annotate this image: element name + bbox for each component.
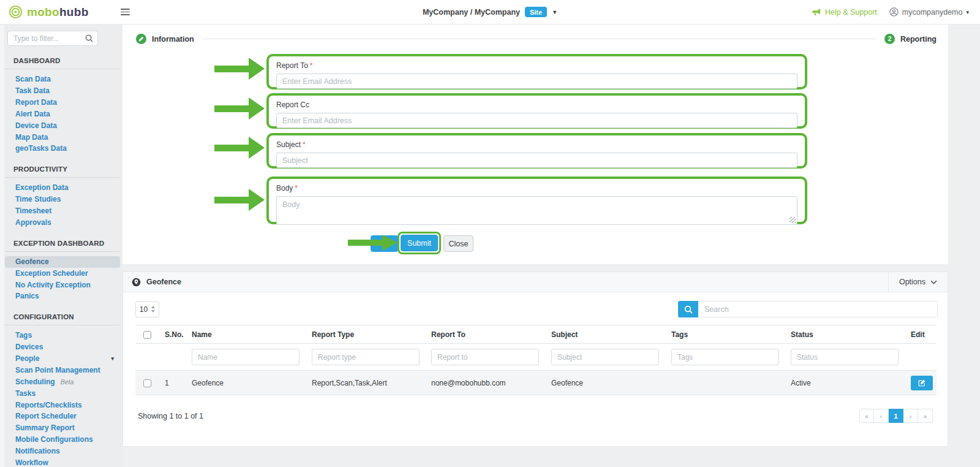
divider: [5, 251, 119, 252]
sidebar-item-scheduling[interactable]: SchedulingBeta: [5, 376, 120, 388]
site-selector[interactable]: MyCompany / MyCompany Site ▼: [423, 7, 557, 17]
sidebar-item-task-data[interactable]: Task Data: [5, 85, 120, 97]
body-textarea[interactable]: [276, 196, 797, 225]
sidebar-item-no-activity-exception[interactable]: No Activity Exception: [5, 279, 120, 290]
panel-title: Geofence: [146, 278, 181, 286]
geofence-panel-header: Geofence Options: [123, 272, 948, 292]
sidebar: DASHBOARDScan DataTask DataReport DataAl…: [0, 25, 123, 467]
sidebar-item-notifications[interactable]: Notifications: [5, 446, 120, 457]
sidebar-item-exception-data[interactable]: Exception Data: [5, 182, 120, 194]
sidebar-item-devices[interactable]: Devices: [5, 341, 120, 353]
table-row[interactable]: 1GeofenceReport,Scan,Task,Alertnone@mobo…: [135, 371, 937, 395]
select-all-checkbox[interactable]: [143, 331, 151, 339]
chevron-down-icon: ▼: [552, 9, 557, 15]
sidebar-item-timesheet[interactable]: Timesheet: [5, 205, 120, 217]
edit-button[interactable]: [911, 376, 933, 390]
filter-input-status[interactable]: [791, 349, 899, 365]
sidebar-item-time-studies[interactable]: Time Studies: [5, 194, 120, 205]
sidebar-item-reports-checklists[interactable]: Reports/Checklists: [5, 399, 120, 411]
divider: [5, 177, 119, 178]
filter-input-name[interactable]: [192, 349, 300, 365]
search-button[interactable]: [678, 301, 698, 317]
pagination-page-1-button[interactable]: 1: [889, 409, 903, 423]
sidebar-item-workflow[interactable]: Workflow: [5, 457, 120, 467]
geofence-panel: Geofence Options 10 S.No.NameReport Type…: [123, 271, 948, 447]
filter-input-tags[interactable]: [671, 349, 779, 365]
column-header-edit: Edit: [908, 325, 937, 344]
search-icon: [684, 305, 693, 314]
cell-sno: 1: [162, 371, 189, 395]
sidebar-item-label: Workflow: [15, 459, 48, 467]
sidebar-item-report-scheduler[interactable]: Report Scheduler: [5, 411, 120, 422]
sidebar-item-geofence[interactable]: Geofence: [5, 256, 120, 268]
filter-input-report-type[interactable]: [312, 349, 420, 365]
sidebar-item-map-data[interactable]: Map Data: [5, 131, 120, 143]
search-input[interactable]: [698, 301, 938, 317]
sidebar-item-approvals[interactable]: Approvals: [5, 217, 120, 229]
column-header-tags: Tags: [669, 325, 788, 344]
sidebar-section-title: CONFIGURATION: [13, 313, 123, 321]
sidebar-filter-input[interactable]: [7, 31, 98, 46]
options-dropdown[interactable]: Options: [888, 272, 948, 292]
report-to-input[interactable]: [276, 74, 797, 89]
subject-input[interactable]: [276, 153, 797, 168]
cell-edit: [908, 371, 937, 395]
sidebar-item-people[interactable]: People▾: [5, 353, 120, 365]
sidebar-item-alert-data[interactable]: Alert Data: [5, 108, 120, 120]
geofence-table: S.No.NameReport TypeReport ToSubjectTags…: [135, 325, 937, 395]
resize-handle-icon[interactable]: [790, 217, 796, 223]
submit-button[interactable]: Submit: [401, 235, 438, 251]
close-button[interactable]: Close: [443, 235, 473, 252]
filter-cell: [309, 344, 429, 371]
logo-icon: [9, 5, 23, 19]
pagination-first-button[interactable]: «: [859, 409, 874, 423]
sidebar-item-tags[interactable]: Tags: [5, 330, 120, 341]
user-menu[interactable]: mycompanydemo ▾: [889, 7, 969, 17]
filter-cell: [788, 344, 908, 371]
table-header-row: S.No.NameReport TypeReport ToSubjectTags…: [135, 325, 937, 344]
body-annotation-box: Body*: [266, 177, 807, 224]
filter-cell: [669, 344, 788, 371]
sidebar-item-device-data[interactable]: Device Data: [5, 120, 120, 132]
sidebar-sections: DASHBOARDScan DataTask DataReport DataAl…: [4, 57, 123, 467]
divider: [5, 69, 119, 69]
row-checkbox[interactable]: [143, 379, 151, 387]
page-size-selector[interactable]: 10: [135, 302, 159, 317]
sidebar-item-label: Approvals: [15, 219, 51, 227]
reporting-form-card: Information 2 Reporting Report To* Repor…: [123, 25, 948, 264]
sidebar-item-label: Mobile Configurations: [15, 436, 93, 444]
sidebar-item-label: Report Scheduler: [15, 412, 77, 420]
filter-cell-empty: [135, 344, 162, 371]
sidebar-item-mobile-configurations[interactable]: Mobile Configurations: [5, 434, 120, 446]
filter-input-report-to[interactable]: [431, 349, 539, 365]
sidebar-section-title: EXCEPTION DASHBOARD: [13, 240, 123, 247]
step-1-done-icon: [136, 34, 146, 44]
search-icon: [85, 34, 93, 42]
pagination-next-button[interactable]: ›: [903, 409, 918, 423]
app-logo[interactable]: mobohubb: [9, 5, 89, 19]
sidebar-item-summary-report[interactable]: Summary Report: [5, 422, 120, 434]
sidebar-item-label: geoTasks Data: [15, 145, 67, 153]
filter-input-subject[interactable]: [551, 349, 659, 365]
row-cell-checkbox: [135, 371, 162, 395]
sidebar-item-panics[interactable]: Panics: [5, 290, 120, 302]
sidebar-item-label: Scan Point Management: [15, 366, 100, 374]
hamburger-menu-icon[interactable]: [118, 5, 132, 20]
help-support-link[interactable]: Help & Support: [812, 8, 877, 17]
sidebar-section-title: PRODUCTIVITY: [13, 165, 123, 173]
report-cc-input[interactable]: [276, 113, 797, 128]
sidebar-item-scan-data[interactable]: Scan Data: [5, 74, 120, 85]
step-2-circle: 2: [884, 34, 895, 44]
sidebar-section-title: DASHBOARD: [13, 57, 123, 64]
pagination-last-button[interactable]: »: [918, 409, 933, 423]
megaphone-icon: [812, 8, 821, 16]
pagination-prev-button[interactable]: ‹: [874, 409, 889, 423]
sidebar-item-label: Alert Data: [15, 110, 50, 118]
sidebar-item-label: Report Data: [15, 99, 57, 107]
chevron-down-icon: ▾: [111, 355, 114, 363]
sidebar-item-tasks[interactable]: Tasks: [5, 388, 120, 400]
sidebar-item-exception-scheduler[interactable]: Exception Scheduler: [5, 268, 120, 279]
sidebar-item-report-data[interactable]: Report Data: [5, 97, 120, 108]
sidebar-item-geotasks-data[interactable]: geoTasks Data: [5, 143, 120, 154]
sidebar-item-scan-point-management[interactable]: Scan Point Management: [5, 365, 120, 376]
